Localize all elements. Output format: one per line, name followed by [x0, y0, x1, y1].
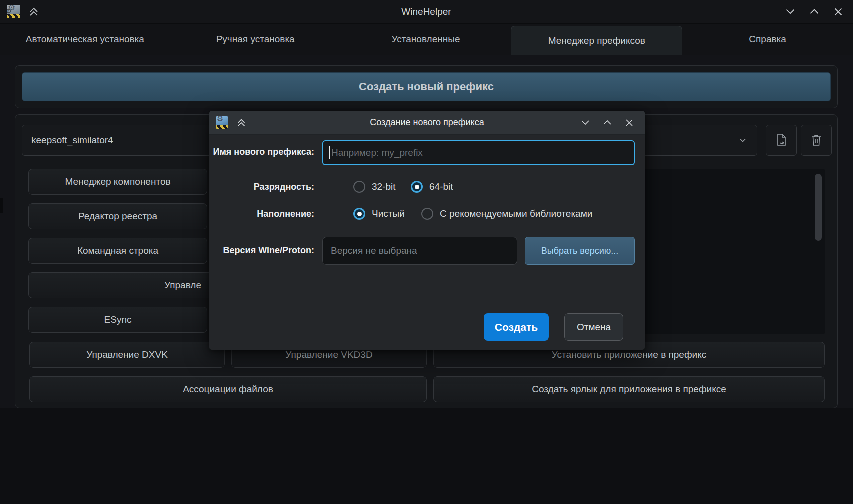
tab-auto-install[interactable]: Автоматическая установка: [0, 24, 170, 55]
components-manager-button[interactable]: Менеджер компонентов: [28, 169, 208, 195]
command-line-button[interactable]: Командная строка: [28, 238, 208, 264]
dxvk-management-button[interactable]: Управление DXVK: [30, 342, 225, 368]
new-prefix-file-button[interactable]: [766, 125, 797, 156]
radio-clean[interactable]: [354, 208, 366, 220]
hazard-stripes: [216, 125, 228, 129]
create-new-prefix-button[interactable]: Создать новый префикс: [22, 72, 831, 102]
wine-version-value-field[interactable]: Версия не выбрана: [322, 237, 518, 265]
prefix-name-placeholder: Например: my_prefix: [332, 148, 423, 158]
dialog-cancel-button[interactable]: Отмена: [564, 314, 624, 341]
tab-prefix-manager[interactable]: Менеджер префиксов: [511, 26, 682, 55]
scrollbar-thumb[interactable]: [815, 174, 822, 241]
tab-installed[interactable]: Установленные: [341, 24, 512, 55]
arch-label: Разрядность:: [210, 182, 314, 192]
trash-icon: [809, 133, 824, 148]
app-icon: ⚙ ⚙: [7, 5, 20, 18]
radio-64bit[interactable]: [411, 181, 423, 193]
chevron-down-icon: [738, 136, 748, 146]
prefix-name-label: Имя нового префикса:: [210, 147, 314, 158]
radio-32bit[interactable]: [354, 181, 366, 193]
dialog-create-button[interactable]: Создать: [484, 314, 549, 341]
dialog-keep-above-icon[interactable]: [235, 116, 248, 130]
keep-above-icon[interactable]: [28, 6, 40, 18]
window-title: WineHelper: [0, 6, 853, 18]
dialog-maximize-button[interactable]: [601, 116, 614, 130]
minimize-button[interactable]: [784, 6, 797, 18]
text-caret: [330, 146, 330, 160]
dialog-titlebar: ⚙ Создание нового префикса: [210, 111, 645, 135]
fill-label: Наполнение:: [210, 209, 314, 220]
radio-clean-label[interactable]: Чистый: [372, 208, 405, 220]
registry-editor-button[interactable]: Редактор реестра: [28, 204, 208, 230]
tab-help[interactable]: Справка: [682, 24, 853, 55]
gear-glyph: ⚙: [217, 116, 224, 122]
radio-recommended-libs-label[interactable]: С рекомендуемыми библиотеками: [440, 208, 592, 220]
create-shortcut-button[interactable]: Создать ярлык для приложения в префиксе: [434, 376, 825, 402]
dialog-app-icon: ⚙: [216, 116, 228, 129]
dialog-body: Имя нового префикса: Например: my_prefix…: [210, 135, 645, 350]
tab-manual-install[interactable]: Ручная установка: [170, 24, 341, 55]
prefix-name-input[interactable]: Например: my_prefix: [322, 140, 635, 166]
wine-version-value: Версия не выбрана: [331, 246, 418, 256]
lower-background: [0, 408, 853, 504]
window-titlebar: ⚙ ⚙ WineHelper: [0, 0, 853, 24]
document-export-icon: [774, 132, 790, 148]
esync-button[interactable]: ESync: [28, 307, 208, 333]
create-prefix-dialog: ⚙ Создание нового префикса: [210, 111, 645, 350]
dialog-minimize-button[interactable]: [579, 116, 592, 130]
background-window-sliver: [0, 198, 4, 213]
choose-version-button[interactable]: Выбрать версию...: [525, 237, 635, 265]
close-button[interactable]: [832, 6, 845, 18]
prefix-select-value: keepsoft_similator4: [32, 135, 114, 146]
radio-32bit-label[interactable]: 32-bit: [372, 182, 396, 192]
dialog-close-button[interactable]: [623, 116, 636, 130]
wine-version-label: Версия Wine/Proton:: [210, 246, 314, 256]
tab-bar: Автоматическая установка Ручная установк…: [0, 24, 853, 55]
delete-prefix-button[interactable]: [801, 125, 832, 156]
hazard-stripes: [7, 14, 20, 18]
maximize-button[interactable]: [808, 6, 821, 18]
file-associations-button[interactable]: Ассоциации файлов: [30, 376, 427, 402]
radio-64bit-label[interactable]: 64-bit: [430, 182, 454, 192]
radio-recommended-libs[interactable]: [422, 208, 434, 220]
